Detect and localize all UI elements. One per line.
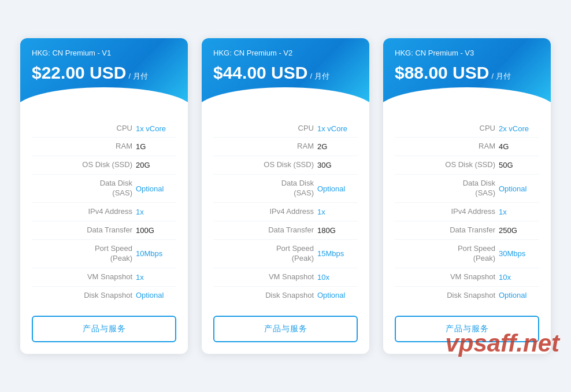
spec-label-v3-2: OS Disk (SSD)	[395, 160, 495, 170]
spec-label-v1-3: Data Disk (SAS)	[32, 179, 132, 198]
spec-label-v2-2: OS Disk (SSD)	[213, 160, 314, 170]
card-title-v1: HKG: CN Premium - V1	[32, 49, 176, 57]
card-body-v1: CPU1x vCoreRAM1GOS Disk (SSD)20GData Dis…	[20, 110, 188, 316]
spec-label-v1-7: VM Snapshot	[32, 272, 132, 282]
spec-label-v1-1: RAM	[32, 142, 132, 151]
spec-label-v1-0: CPU	[32, 124, 132, 134]
card-price-amount-v1: $22.00 USD	[32, 63, 126, 83]
spec-value-v3-3: Optional	[499, 184, 539, 193]
card-v2: HKG: CN Premium - V2$44.00 USD/ 月付CPU1x …	[202, 38, 369, 354]
spec-row-v3-1: RAM4G	[395, 138, 539, 156]
service-button-v3[interactable]: 产品与服务	[395, 316, 539, 342]
spec-row-v3-5: Data Transfer250G	[395, 221, 539, 240]
spec-label-v2-8: Disk Snapshot	[213, 291, 314, 301]
spec-label-v3-1: RAM	[395, 142, 495, 151]
spec-value-v2-2: 30G	[317, 161, 358, 169]
card-header-v3: HKG: CN Premium - V3$88.00 USD/ 月付	[383, 38, 551, 110]
spec-label-v3-7: VM Snapshot	[395, 272, 495, 282]
spec-label-v2-3: Data Disk (SAS)	[213, 179, 314, 198]
spec-label-v3-0: CPU	[395, 124, 495, 134]
spec-value-v3-7: 10x	[499, 273, 539, 282]
spec-value-v1-7: 1x	[136, 273, 176, 282]
card-v3: HKG: CN Premium - V3$88.00 USD/ 月付CPU2x …	[383, 38, 551, 354]
card-price-period-v1: / 月付	[128, 71, 147, 82]
spec-row-v2-2: OS Disk (SSD)30G	[213, 156, 358, 175]
spec-value-v3-0: 2x vCore	[499, 124, 539, 133]
spec-value-v3-4: 1x	[499, 208, 539, 216]
spec-row-v2-1: RAM2G	[213, 138, 358, 156]
card-body-v3: CPU2x vCoreRAM4GOS Disk (SSD)50GData Dis…	[383, 110, 551, 316]
spec-value-v1-6: 10Mbps	[136, 249, 176, 258]
spec-value-v2-8: Optional	[317, 291, 358, 299]
spec-value-v2-5: 180G	[317, 226, 358, 235]
spec-row-v3-7: VM Snapshot10x	[395, 268, 539, 287]
spec-label-v1-6: Port Speed (Peak)	[32, 244, 132, 264]
spec-row-v3-4: IPv4 Address1x	[395, 203, 539, 221]
spec-row-v1-5: Data Transfer100G	[32, 221, 176, 240]
card-footer-v3: 产品与服务	[383, 316, 551, 354]
spec-value-v1-1: 1G	[136, 142, 176, 151]
card-price-v3: $88.00 USD/ 月付	[395, 63, 539, 83]
spec-label-v1-8: Disk Snapshot	[32, 291, 132, 301]
spec-value-v2-3: Optional	[317, 184, 358, 193]
card-footer-v1: 产品与服务	[20, 316, 188, 354]
spec-row-v3-0: CPU2x vCore	[395, 120, 539, 138]
card-header-v1: HKG: CN Premium - V1$22.00 USD/ 月付	[20, 38, 188, 110]
card-header-v2: HKG: CN Premium - V2$44.00 USD/ 月付	[202, 38, 369, 110]
spec-value-v1-0: 1x vCore	[136, 124, 176, 133]
spec-row-v2-0: CPU1x vCore	[213, 120, 358, 138]
spec-value-v2-6: 15Mbps	[317, 249, 358, 258]
service-button-v2[interactable]: 产品与服务	[213, 316, 358, 342]
spec-value-v3-2: 50G	[499, 161, 539, 169]
spec-row-v1-6: Port Speed (Peak)10Mbps	[32, 240, 176, 268]
card-title-v2: HKG: CN Premium - V2	[213, 49, 358, 57]
spec-label-v3-5: Data Transfer	[395, 225, 495, 235]
spec-label-v2-5: Data Transfer	[213, 225, 314, 235]
card-price-v2: $44.00 USD/ 月付	[213, 63, 358, 83]
spec-row-v1-7: VM Snapshot1x	[32, 268, 176, 287]
card-title-v3: HKG: CN Premium - V3	[395, 49, 539, 57]
spec-row-v2-3: Data Disk (SAS)Optional	[213, 175, 358, 203]
card-v1: HKG: CN Premium - V1$22.00 USD/ 月付CPU1x …	[20, 38, 188, 354]
card-price-v1: $22.00 USD/ 月付	[32, 63, 176, 83]
cards-container: HKG: CN Premium - V1$22.00 USD/ 月付CPU1x …	[9, 27, 562, 366]
spec-label-v2-4: IPv4 Address	[213, 207, 314, 217]
service-button-v1[interactable]: 产品与服务	[32, 316, 176, 342]
spec-label-v2-1: RAM	[213, 142, 314, 151]
card-footer-v2: 产品与服务	[202, 316, 369, 354]
spec-value-v1-2: 20G	[136, 161, 176, 169]
spec-value-v1-5: 100G	[136, 226, 176, 235]
spec-label-v2-0: CPU	[213, 124, 314, 134]
spec-row-v1-8: Disk SnapshotOptional	[32, 287, 176, 305]
spec-value-v2-1: 2G	[317, 142, 358, 151]
spec-label-v1-4: IPv4 Address	[32, 207, 132, 217]
spec-label-v1-5: Data Transfer	[32, 225, 132, 235]
spec-row-v2-7: VM Snapshot10x	[213, 268, 358, 287]
spec-label-v1-2: OS Disk (SSD)	[32, 160, 132, 170]
spec-row-v2-8: Disk SnapshotOptional	[213, 287, 358, 305]
spec-value-v1-3: Optional	[136, 184, 176, 193]
spec-value-v3-8: Optional	[499, 291, 539, 299]
card-price-amount-v3: $88.00 USD	[395, 63, 489, 83]
card-price-amount-v2: $44.00 USD	[213, 63, 307, 83]
spec-row-v3-6: Port Speed (Peak)30Mbps	[395, 240, 539, 268]
spec-label-v2-7: VM Snapshot	[213, 272, 314, 282]
card-body-v2: CPU1x vCoreRAM2GOS Disk (SSD)30GData Dis…	[202, 110, 369, 316]
card-price-period-v3: / 月付	[491, 71, 510, 82]
spec-label-v2-6: Port Speed (Peak)	[213, 244, 314, 264]
spec-value-v3-6: 30Mbps	[499, 249, 539, 258]
spec-value-v2-4: 1x	[317, 208, 358, 216]
spec-row-v3-3: Data Disk (SAS)Optional	[395, 175, 539, 203]
spec-value-v2-0: 1x vCore	[317, 124, 358, 133]
spec-row-v1-0: CPU1x vCore	[32, 120, 176, 138]
spec-value-v3-5: 250G	[499, 226, 539, 235]
spec-row-v1-2: OS Disk (SSD)20G	[32, 156, 176, 175]
card-price-period-v2: / 月付	[310, 71, 329, 82]
spec-value-v1-4: 1x	[136, 208, 176, 216]
spec-label-v3-4: IPv4 Address	[395, 207, 495, 217]
spec-value-v2-7: 10x	[317, 273, 358, 282]
spec-row-v3-8: Disk SnapshotOptional	[395, 287, 539, 305]
spec-row-v2-5: Data Transfer180G	[213, 221, 358, 240]
spec-row-v1-4: IPv4 Address1x	[32, 203, 176, 221]
spec-row-v2-4: IPv4 Address1x	[213, 203, 358, 221]
